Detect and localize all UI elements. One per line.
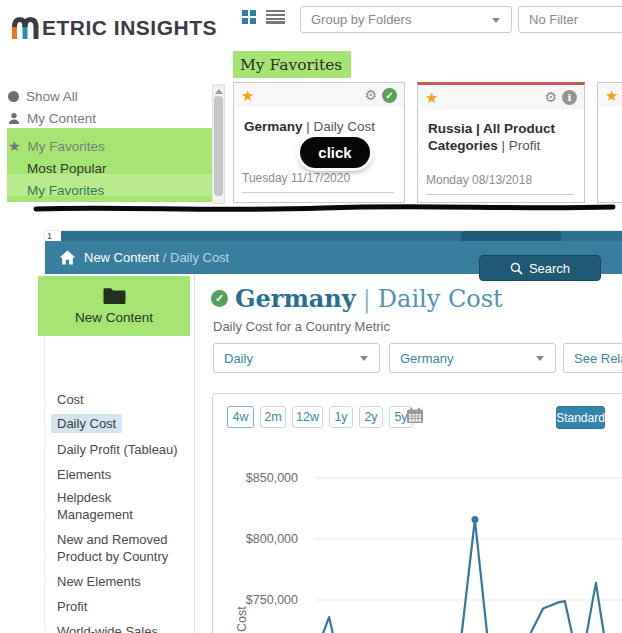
sidebar-item-show-all[interactable]: Show All [8,86,78,106]
standard-view-button[interactable]: Standard [556,406,605,429]
range-button-12w[interactable]: 12w [292,406,323,428]
range-button-2y[interactable]: 2y [359,406,383,428]
folder-item-new-and-removed[interactable]: New and Removed Product by Country [57,531,189,565]
page-title: ✓ Germany | Daily Cost [211,284,503,313]
folder-item-profit[interactable]: Profit [57,598,189,615]
tile-russia-profit[interactable]: ★ ⚙ i Russia | All Product Categories | … [417,82,585,203]
folder-item-label: Daily Cost [51,414,122,433]
breadcrumb-root[interactable]: New Content [84,250,159,265]
breadcrumb: New Content / Daily Cost [84,250,229,265]
tile-header: ★ [598,83,622,107]
favorite-star-icon[interactable]: ★ [425,90,438,105]
y-axis-tick-label: $800,000 [246,532,298,546]
breadcrumb-current: Daily Cost [170,250,229,265]
folder-icon [102,286,127,305]
sidebar-item-my-favorites-group[interactable]: ★ My Favorites [8,136,105,156]
grid-view-icon[interactable] [242,10,256,24]
range-button-4w[interactable]: 4w [227,406,254,428]
filter-select[interactable]: No Filter [518,6,622,33]
strip-button-partial [461,231,561,241]
y-axis-tick-label: $750,000 [246,593,298,607]
info-icon[interactable]: i [562,90,577,105]
tile-date: Monday 08/13/2018 [426,173,574,195]
star-icon: ★ [8,139,21,153]
y-axis-title: Cost [235,606,249,632]
folder-item-helpdesk-management[interactable]: Helpdesk Management [57,489,189,523]
period-select[interactable]: Daily [213,343,380,373]
folder-item-new-elements[interactable]: New Elements [57,573,189,590]
title-separator: | [363,285,371,313]
folder-item-label: New and Removed Product by Country [57,532,168,564]
see-related-label: See Relat [574,351,622,366]
folder-item-label: New Elements [57,574,141,589]
title-metric: Daily Cost [378,285,503,313]
chevron-down-icon [360,356,368,361]
scroll-up-icon[interactable] [215,89,223,94]
folder-item-daily-profit-tableau[interactable]: Daily Profit (Tableau) [57,441,189,458]
screen: ETRIC INSIGHTS Group by Folders No Filte… [0,0,622,633]
folder-item-label: Helpdesk Management [57,490,133,522]
scrollbar-thumb[interactable] [214,96,223,196]
range-label: 2m [264,410,281,424]
dimension-select[interactable]: Germany [389,343,556,373]
sidebar-item-most-popular[interactable]: Most Popular [27,158,107,178]
certified-check-icon: ✓ [382,88,397,103]
group-by-value: Group by Folders [311,12,411,27]
favorites-section-heading: My Favorites [233,51,351,78]
sidebar-item-label: Most Popular [27,161,107,176]
tile-title-bold: Germany [244,119,303,134]
sidebar-item-my-content[interactable]: My Content [8,108,96,128]
new-content-highlight-annotation: New Content [38,276,190,336]
search-button-label: Search [529,261,570,276]
favorite-star-icon: ★ [605,88,618,103]
favorite-star-icon[interactable]: ★ [241,88,254,103]
divider-line [33,203,617,215]
folder-item-label: Elements [57,467,111,482]
range-button-1y[interactable]: 1y [329,406,353,428]
group-by-select[interactable]: Group by Folders [300,6,512,33]
folder-item-elements[interactable]: Elements [57,466,189,483]
sidebar-item-label: My Content [27,111,96,126]
tile-title: Russia | All Product Categories | Profit [418,109,584,155]
folder-item-label: Daily Profit (Tableau) [57,442,178,457]
y-axis-tick-label: $850,000 [246,471,298,485]
filter-value: No Filter [529,12,578,27]
gear-icon[interactable]: ⚙ [544,90,557,104]
home-icon[interactable] [59,250,76,265]
folder-item-label: Cost [57,392,84,407]
favorites-heading-label: My Favorites [240,56,342,74]
folder-item-daily-cost[interactable]: Daily Cost [57,414,189,433]
breadcrumb-separator: / [159,250,170,265]
folder-item-cost[interactable]: Cost [57,391,189,408]
range-label: 2y [364,410,377,424]
gear-icon[interactable]: ⚙ [364,88,377,102]
tile-header: ★ ⚙ ✓ [234,83,404,107]
sidebar-item-my-favorites[interactable]: My Favorites [27,180,104,200]
tile-partial[interactable]: ★ [597,82,622,203]
logo-text: ETRIC INSIGHTS [42,16,217,40]
user-icon [8,112,20,125]
cost-line-series [315,520,607,633]
logo-m-icon [10,16,40,40]
certified-check-icon: ✓ [211,290,228,307]
tile-date: Tuesday 11/17/2020 [242,171,394,193]
detail-navbar: New Content / Daily Cost Search [45,241,622,274]
title-country: Germany [235,284,356,313]
list-view-icon[interactable] [266,10,285,24]
range-button-2m[interactable]: 2m [260,406,286,428]
search-button[interactable]: Search [479,255,601,281]
data-point-marker[interactable] [471,516,478,523]
sidebar-item-label: Show All [26,89,78,104]
sidebar-scrollbar[interactable] [212,84,225,204]
metric-insights-logo: ETRIC INSIGHTS [10,16,217,40]
calendar-icon[interactable] [406,407,424,424]
range-label: 12w [296,410,319,424]
page-subtitle: Daily Cost for a Country Metric [213,319,390,334]
folder-item-world-wide-sales[interactable]: World-wide Sales Multi-metric [57,623,189,633]
period-value: Daily [224,351,253,366]
tile-title-rest: | Daily Cost [303,119,376,134]
sidebar-item-label: My Favorites [28,139,105,154]
see-related-button[interactable]: See Relat [563,343,622,373]
folder-name-label[interactable]: New Content [75,310,153,325]
dimension-value: Germany [400,351,453,366]
